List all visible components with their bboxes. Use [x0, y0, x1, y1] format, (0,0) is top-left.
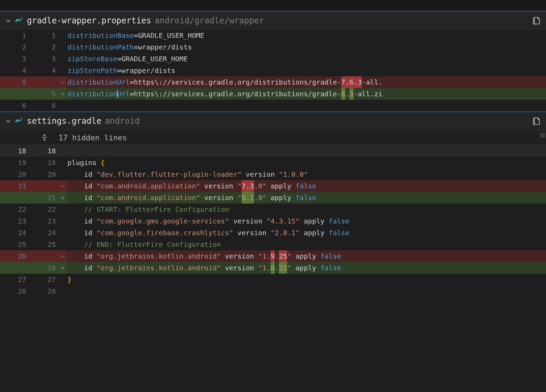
code-content: // START: FlutterFire Configuration [67, 204, 546, 215]
line-number-new: 27 [31, 274, 59, 285]
code-content: id "com.android.application" version "8.… [67, 192, 546, 204]
line-number-old: 23 [0, 215, 31, 227]
code-content: zipStoreBase=GRADLE_USER_HOME [67, 53, 546, 65]
line-number-new: 21 [31, 192, 59, 204]
code-line[interactable]: 22distributionPath=wrapper/dists [0, 41, 546, 53]
line-number-old: 28 [0, 285, 31, 297]
chevron-down-icon[interactable] [5, 17, 12, 24]
code-line[interactable]: 11distributionBase=GRADLE_USER_HOME [0, 30, 546, 41]
top-toolbar-spacer [0, 0, 546, 11]
code-line[interactable]: 5−distributionUrl=https\://services.grad… [0, 76, 546, 88]
revert-file-icon[interactable] [532, 16, 541, 25]
line-number-new [31, 250, 59, 262]
line-number-new: 19 [31, 157, 59, 168]
line-number-old [0, 262, 31, 274]
file-header[interactable]: gradle-wrapper.propertiesandroid/gradle/… [0, 12, 546, 30]
code-line[interactable]: 44zipStorePath=wrapper/dists [0, 65, 546, 76]
code-line[interactable]: 2020 id "dev.flutter.flutter-plugin-load… [0, 168, 546, 180]
code-content: id "com.google.firebase.crashlytics" ver… [67, 227, 546, 239]
diff-marker [59, 145, 67, 157]
file-path: android/gradle/wrapper [155, 16, 264, 25]
code-line[interactable]: 2323 id "com.google.gms.google-services"… [0, 215, 546, 227]
code-content: plugins { [67, 157, 546, 168]
line-number-old: 1 [0, 30, 31, 41]
line-number-old: 5 [0, 76, 31, 88]
code-line[interactable]: 2424 id "com.google.firebase.crashlytics… [0, 227, 546, 239]
line-number-old: 27 [0, 274, 31, 285]
diff-marker [59, 53, 67, 65]
line-number-new: 18 [31, 145, 59, 157]
diff-marker [59, 65, 67, 76]
code-line[interactable]: 33zipStoreBase=GRADLE_USER_HOME [0, 53, 546, 65]
diff-marker [59, 100, 67, 111]
code-line[interactable]: 2828 [0, 285, 546, 297]
code-line[interactable]: 2222 // START: FlutterFire Configuration [0, 204, 546, 215]
code-line[interactable]: 1919plugins { [0, 157, 546, 168]
code-content [67, 100, 546, 111]
code-content: zipStorePath=wrapper/dists [67, 65, 546, 76]
diff-marker [59, 274, 67, 285]
code-content: id "org.jetbrains.kotlin.android" versio… [67, 262, 546, 274]
line-number-new: 3 [31, 53, 59, 65]
code-line[interactable]: 21+ id "com.android.application" version… [0, 192, 546, 204]
line-number-old: 6 [0, 100, 31, 111]
line-number-new: 26 [31, 262, 59, 274]
code-line[interactable]: 1818 [0, 145, 546, 157]
diff-marker [59, 215, 67, 227]
line-number-new: 20 [31, 168, 59, 180]
code-line[interactable]: 21− id "com.android.application" version… [0, 180, 546, 192]
diff-marker: − [59, 76, 67, 88]
line-number-old: 21 [0, 180, 31, 192]
line-number-new: 1 [31, 30, 59, 41]
diff-marker [59, 285, 67, 297]
line-number-new [31, 76, 59, 88]
code-line[interactable]: 5+distributionUrl=https\://services.grad… [0, 88, 546, 100]
line-number-old: 25 [0, 239, 31, 250]
gradle-file-icon [15, 17, 23, 25]
line-number-new: 4 [31, 65, 59, 76]
code-content: // END: FlutterFire Configuration [67, 239, 546, 250]
diff-marker [59, 168, 67, 180]
line-number-new: 6 [31, 100, 59, 111]
line-number-old: 22 [0, 204, 31, 215]
line-number-new: 24 [31, 227, 59, 239]
line-number-new: 2 [31, 41, 59, 53]
line-number-old: 20 [0, 168, 31, 180]
line-number-new: 28 [31, 285, 59, 297]
code-content: id "com.google.gms.google-services" vers… [67, 215, 546, 227]
code-content: id "com.android.application" version "7.… [67, 180, 546, 192]
line-number-old: 26 [0, 250, 31, 262]
code-line[interactable]: 2525 // END: FlutterFire Configuration [0, 239, 546, 250]
scrollbar-vertical[interactable] [540, 133, 545, 138]
code-area[interactable]: 11distributionBase=GRADLE_USER_HOME22dis… [0, 30, 546, 111]
code-content: distributionUrl=https\://services.gradle… [67, 76, 546, 88]
line-number-new [31, 180, 59, 192]
line-number-old [0, 88, 31, 100]
file-name: settings.gradle [27, 116, 102, 126]
code-line[interactable]: 2727} [0, 274, 546, 285]
file-header[interactable]: settings.gradleandroid [0, 112, 546, 130]
hidden-lines-row[interactable]: 17 hidden lines [0, 130, 546, 145]
diff-marker [59, 157, 67, 168]
line-number-new: 25 [31, 239, 59, 250]
chevron-down-icon[interactable] [5, 118, 12, 124]
code-area[interactable]: 18181919plugins {2020 id "dev.flutter.fl… [0, 145, 546, 297]
diff-marker: + [59, 262, 67, 274]
diff-marker [59, 30, 67, 41]
line-number-old: 18 [0, 145, 31, 157]
line-number-new: 5 [31, 88, 59, 100]
file-name: gradle-wrapper.properties [27, 16, 151, 25]
diff-marker [59, 41, 67, 53]
diff-file-section: gradle-wrapper.propertiesandroid/gradle/… [0, 11, 546, 111]
code-content: distributionPath=wrapper/dists [67, 41, 546, 53]
code-content: id "dev.flutter.flutter-plugin-loader" v… [67, 168, 546, 180]
code-line[interactable]: 26+ id "org.jetbrains.kotlin.android" ve… [0, 262, 546, 274]
unfold-icon[interactable] [0, 134, 59, 141]
line-number-old: 24 [0, 227, 31, 239]
diff-marker [59, 204, 67, 215]
revert-file-icon[interactable] [532, 117, 541, 126]
code-line[interactable]: 66 [0, 100, 546, 111]
gradle-file-icon [15, 117, 23, 125]
code-line[interactable]: 26− id "org.jetbrains.kotlin.android" ve… [0, 250, 546, 262]
diff-marker: − [59, 180, 67, 192]
